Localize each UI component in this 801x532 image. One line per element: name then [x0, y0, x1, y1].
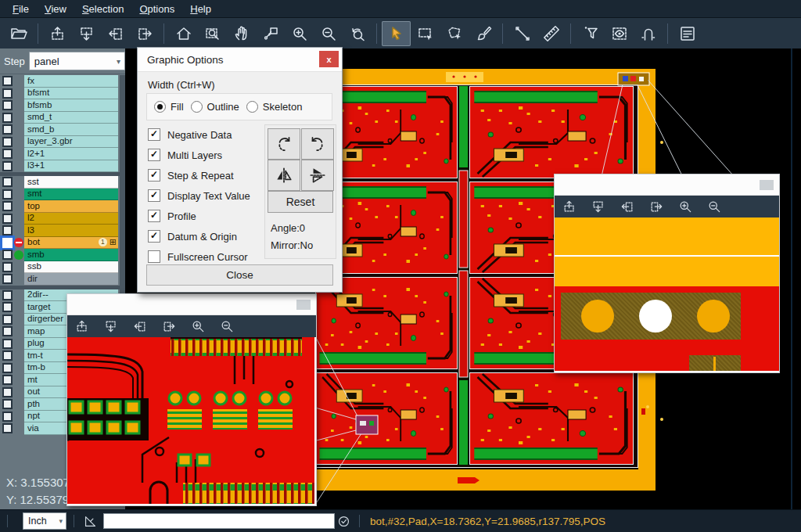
rect-select-button[interactable]	[411, 21, 440, 46]
window-title-bar[interactable]	[67, 294, 316, 315]
layer-label[interactable]: smt	[24, 189, 118, 201]
send-down-button[interactable]	[590, 198, 607, 215]
command-input[interactable]	[103, 513, 335, 529]
checkbox-display-text-value[interactable]: ✓Display Text Value	[148, 185, 250, 206]
poly-select-button[interactable]	[440, 21, 469, 46]
layer-visibility-checkbox[interactable]	[2, 387, 13, 397]
layer-label[interactable]: bfsmt	[24, 88, 118, 100]
layer-row-fx[interactable]: fx	[0, 75, 125, 88]
layer-label[interactable]: l3	[24, 225, 118, 237]
drag-view-button[interactable]	[256, 21, 285, 46]
layer-row-bot[interactable]: bot1⊞	[0, 237, 125, 250]
send-down-button[interactable]	[72, 21, 101, 46]
zoom-out-button[interactable]	[706, 198, 723, 215]
window-button-icon[interactable]	[296, 300, 311, 310]
menu-item-help[interactable]: Help	[182, 2, 219, 16]
layer-label[interactable]: fx	[24, 75, 118, 88]
layer-label[interactable]: top	[24, 200, 118, 213]
layer-visibility-checkbox[interactable]	[2, 412, 13, 422]
mirror-x-button[interactable]	[268, 160, 300, 191]
layer-visibility-checkbox[interactable]	[2, 201, 13, 211]
layer-visibility-checkbox[interactable]	[2, 238, 13, 248]
layer-visibility-checkbox[interactable]	[2, 137, 13, 147]
checkbox-negative-data[interactable]: ✓Negative Data	[148, 124, 250, 145]
menu-item-selection[interactable]: Selection	[74, 2, 131, 16]
layer-label[interactable]: bfsmb	[24, 99, 118, 112]
layer-label[interactable]: smd_t	[24, 112, 118, 124]
step-select[interactable]: panel ▾	[29, 52, 125, 70]
send-left-button[interactable]	[131, 318, 149, 335]
layer-visibility-checkbox[interactable]	[2, 225, 13, 235]
pcb-detail-view[interactable]	[67, 337, 316, 504]
zoom-out-button[interactable]	[218, 318, 235, 335]
brush-clean-button[interactable]	[469, 21, 497, 46]
layer-visibility-checkbox[interactable]	[2, 315, 13, 325]
layer-visibility-checkbox[interactable]	[2, 88, 13, 99]
layer-row-smd_t[interactable]: smd_t	[0, 112, 125, 124]
layer-visibility-checkbox[interactable]	[2, 76, 13, 86]
radio-outline[interactable]: Outline	[191, 101, 239, 113]
layer-visibility-checkbox[interactable]	[2, 262, 13, 272]
corner-angle-icon[interactable]	[81, 513, 99, 529]
send-up-button[interactable]	[74, 318, 91, 335]
layer-row-smb[interactable]: smb	[0, 249, 125, 261]
layer-label[interactable]: smb	[24, 249, 118, 261]
zoom-in-button[interactable]	[677, 198, 694, 215]
close-button[interactable]: Close	[146, 264, 333, 286]
layer-label[interactable]: smd_b	[24, 124, 118, 136]
ruler-button[interactable]	[537, 21, 566, 46]
layer-visibility-checkbox[interactable]	[2, 399, 13, 409]
layer-visibility-checkbox[interactable]	[2, 100, 13, 110]
rotate-ccw-button[interactable]	[301, 128, 334, 160]
checkbox-step-repeat[interactable]: ✓Step & Repeat	[148, 165, 250, 185]
radio-skeleton[interactable]: Skeleton	[246, 101, 303, 113]
layer-row-smd_b[interactable]: smd_b	[0, 124, 125, 136]
window-button-icon[interactable]	[760, 180, 774, 190]
layer-row-bfsmb[interactable]: bfsmb	[0, 99, 125, 112]
layer-visibility-checkbox[interactable]	[2, 177, 13, 187]
checkbox-box-icon[interactable]: ✓	[148, 149, 160, 161]
layer-visibility-checkbox[interactable]	[2, 124, 13, 135]
layer-row-smt[interactable]: smt	[0, 189, 125, 201]
send-up-button[interactable]	[561, 198, 578, 215]
layer-visibility-checkbox[interactable]	[2, 161, 13, 171]
layer-visibility-checkbox[interactable]	[2, 274, 13, 284]
layer-visibility-checkbox[interactable]	[2, 339, 13, 349]
checkbox-box-icon[interactable]: ✓	[148, 210, 160, 222]
checkbox-box-icon[interactable]: ✓	[148, 189, 160, 202]
pan-hand-button[interactable]	[227, 21, 256, 46]
menu-item-options[interactable]: Options	[131, 2, 182, 16]
layer-visibility-checkbox[interactable]	[2, 326, 13, 336]
rotate-cw-button[interactable]	[268, 128, 300, 160]
pad-detail-view[interactable]	[555, 217, 779, 371]
layer-visibility-checkbox[interactable]	[2, 189, 13, 200]
layer-label[interactable]: bot1⊞	[24, 237, 118, 250]
layer-label[interactable]: l2	[24, 213, 118, 225]
checkbox-box-icon[interactable]: ✓	[148, 230, 160, 243]
layer-row-l3[interactable]: l3	[0, 225, 125, 237]
layer-visibility-checkbox[interactable]	[2, 350, 13, 361]
zoom-out-button[interactable]	[314, 21, 343, 46]
layer-row-l2+1[interactable]: l2+1	[0, 148, 125, 160]
layer-visibility-checkbox[interactable]	[2, 302, 13, 312]
send-down-button[interactable]	[102, 318, 120, 335]
filter-button[interactable]	[576, 21, 605, 46]
send-right-button[interactable]	[160, 318, 178, 335]
layer-label[interactable]: layer_3.gbr	[24, 136, 118, 149]
close-icon[interactable]: x	[319, 51, 339, 67]
layer-row-sst[interactable]: sst	[0, 176, 125, 189]
menu-item-file[interactable]: File	[5, 2, 37, 16]
mirror-y-button[interactable]	[301, 160, 334, 191]
window-title-bar[interactable]	[555, 174, 779, 196]
radio-fill[interactable]: Fill	[154, 101, 184, 113]
checkbox-box-icon[interactable]: ✓	[148, 169, 160, 182]
grid-icon[interactable]: ⊞	[110, 238, 117, 246]
layer-row-bfsmt[interactable]: bfsmt	[0, 88, 125, 100]
layer-row-l3+1[interactable]: l3+1	[0, 160, 125, 173]
zoom-window-button[interactable]	[198, 21, 227, 46]
unit-select[interactable]: Inch ▾	[23, 512, 66, 530]
home-view-button[interactable]	[169, 21, 198, 46]
layer-visibility-checkbox[interactable]	[2, 423, 13, 433]
checkbox-datum-origin[interactable]: ✓Datum & Origin	[148, 226, 250, 246]
layer-visibility-checkbox[interactable]	[2, 149, 13, 159]
